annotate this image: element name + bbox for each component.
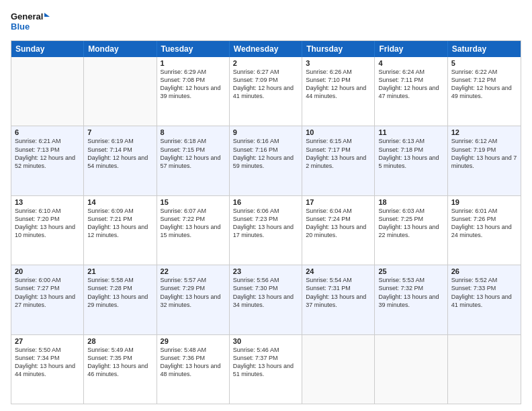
calendar-cell: 8Sunrise: 6:18 AMSunset: 7:15 PMDaylight… [157, 126, 230, 195]
calendar-cell: 7Sunrise: 6:19 AMSunset: 7:14 PMDaylight… [84, 126, 157, 195]
calendar: SundayMondayTuesdayWednesdayThursdayFrid… [11, 40, 521, 404]
day-info: Sunrise: 6:29 AMSunset: 7:08 PMDaylight:… [161, 68, 226, 101]
logo-svg: General Blue [11, 9, 51, 34]
weekday-header: Saturday [448, 41, 521, 57]
calendar-cell: 29Sunrise: 5:48 AMSunset: 7:36 PMDayligh… [157, 335, 230, 404]
day-info: Sunrise: 6:13 AMSunset: 7:18 PMDaylight:… [378, 137, 443, 170]
day-number: 30 [233, 337, 298, 345]
calendar-cell: 2Sunrise: 6:27 AMSunset: 7:09 PMDaylight… [230, 57, 302, 126]
calendar-cell: 10Sunrise: 6:15 AMSunset: 7:17 PMDayligh… [302, 126, 375, 195]
day-number: 25 [378, 267, 443, 275]
day-info: Sunrise: 6:12 AMSunset: 7:19 PMDaylight:… [451, 137, 517, 170]
calendar-cell: 12Sunrise: 6:12 AMSunset: 7:19 PMDayligh… [448, 126, 521, 195]
day-number: 19 [451, 198, 517, 206]
day-info: Sunrise: 5:50 AMSunset: 7:34 PMDaylight:… [15, 346, 80, 379]
day-number: 2 [233, 59, 298, 67]
day-info: Sunrise: 6:10 AMSunset: 7:20 PMDaylight:… [15, 207, 80, 240]
calendar-cell: 24Sunrise: 5:54 AMSunset: 7:31 PMDayligh… [302, 265, 375, 334]
calendar-cell: 11Sunrise: 6:13 AMSunset: 7:18 PMDayligh… [375, 126, 447, 195]
weekday-header: Monday [84, 41, 157, 57]
day-info: Sunrise: 6:00 AMSunset: 7:27 PMDaylight:… [15, 276, 80, 309]
calendar-cell [448, 335, 521, 404]
calendar-row: 1Sunrise: 6:29 AMSunset: 7:08 PMDaylight… [11, 57, 521, 126]
day-number: 13 [15, 198, 80, 206]
day-info: Sunrise: 6:01 AMSunset: 7:26 PMDaylight:… [451, 207, 517, 240]
day-number: 18 [378, 198, 443, 206]
calendar-row: 6Sunrise: 6:21 AMSunset: 7:13 PMDaylight… [11, 126, 521, 195]
calendar-cell: 22Sunrise: 5:57 AMSunset: 7:29 PMDayligh… [157, 265, 230, 334]
day-number: 17 [306, 198, 371, 206]
weekday-header: Thursday [302, 41, 375, 57]
weekday-header: Wednesday [230, 41, 302, 57]
day-info: Sunrise: 6:22 AMSunset: 7:12 PMDaylight:… [451, 68, 517, 101]
calendar-cell: 20Sunrise: 6:00 AMSunset: 7:27 PMDayligh… [11, 265, 84, 334]
day-info: Sunrise: 6:18 AMSunset: 7:15 PMDaylight:… [161, 137, 226, 170]
day-number: 26 [451, 267, 517, 275]
calendar-cell: 17Sunrise: 6:04 AMSunset: 7:24 PMDayligh… [302, 196, 375, 265]
day-number: 22 [161, 267, 226, 275]
day-number: 12 [451, 128, 517, 136]
day-info: Sunrise: 5:54 AMSunset: 7:31 PMDaylight:… [306, 276, 371, 309]
day-number: 10 [306, 128, 371, 136]
day-number: 6 [15, 128, 80, 136]
calendar-row: 27Sunrise: 5:50 AMSunset: 7:34 PMDayligh… [11, 334, 521, 404]
calendar-cell: 26Sunrise: 5:52 AMSunset: 7:33 PMDayligh… [448, 265, 521, 334]
day-info: Sunrise: 5:53 AMSunset: 7:32 PMDaylight:… [378, 276, 443, 309]
calendar-cell [11, 57, 84, 126]
day-number: 15 [161, 198, 226, 206]
day-number: 14 [87, 198, 152, 206]
day-number: 20 [15, 267, 80, 275]
day-info: Sunrise: 6:07 AMSunset: 7:22 PMDaylight:… [161, 207, 226, 240]
calendar-cell: 18Sunrise: 6:03 AMSunset: 7:25 PMDayligh… [375, 196, 447, 265]
calendar-cell: 15Sunrise: 6:07 AMSunset: 7:22 PMDayligh… [157, 196, 230, 265]
day-info: Sunrise: 6:16 AMSunset: 7:16 PMDaylight:… [233, 137, 298, 170]
day-info: Sunrise: 6:09 AMSunset: 7:21 PMDaylight:… [87, 207, 152, 240]
day-info: Sunrise: 5:49 AMSunset: 7:35 PMDaylight:… [87, 346, 152, 379]
day-number: 5 [451, 59, 517, 67]
calendar-cell [375, 335, 447, 404]
day-info: Sunrise: 6:26 AMSunset: 7:10 PMDaylight:… [306, 68, 371, 101]
calendar-cell: 19Sunrise: 6:01 AMSunset: 7:26 PMDayligh… [448, 196, 521, 265]
day-number: 8 [161, 128, 226, 136]
calendar-header-row: SundayMondayTuesdayWednesdayThursdayFrid… [11, 41, 521, 57]
calendar-cell: 27Sunrise: 5:50 AMSunset: 7:34 PMDayligh… [11, 335, 84, 404]
calendar-cell: 6Sunrise: 6:21 AMSunset: 7:13 PMDaylight… [11, 126, 84, 195]
day-info: Sunrise: 5:57 AMSunset: 7:29 PMDaylight:… [161, 276, 226, 309]
weekday-header: Sunday [11, 41, 84, 57]
calendar-cell: 9Sunrise: 6:16 AMSunset: 7:16 PMDaylight… [230, 126, 302, 195]
calendar-cell: 23Sunrise: 5:56 AMSunset: 7:30 PMDayligh… [230, 265, 302, 334]
page-header: General Blue [11, 9, 521, 34]
weekday-header: Tuesday [157, 41, 230, 57]
day-number: 27 [15, 337, 80, 345]
day-number: 16 [233, 198, 298, 206]
calendar-cell: 28Sunrise: 5:49 AMSunset: 7:35 PMDayligh… [84, 335, 157, 404]
svg-text:General: General [11, 11, 43, 21]
day-number: 24 [306, 267, 371, 275]
calendar-cell: 13Sunrise: 6:10 AMSunset: 7:20 PMDayligh… [11, 196, 84, 265]
day-info: Sunrise: 5:48 AMSunset: 7:36 PMDaylight:… [161, 346, 226, 379]
day-info: Sunrise: 6:27 AMSunset: 7:09 PMDaylight:… [233, 68, 298, 101]
svg-marker-1 [44, 13, 50, 17]
calendar-cell: 25Sunrise: 5:53 AMSunset: 7:32 PMDayligh… [375, 265, 447, 334]
calendar-cell [302, 335, 375, 404]
day-info: Sunrise: 6:19 AMSunset: 7:14 PMDaylight:… [87, 137, 152, 170]
day-info: Sunrise: 5:52 AMSunset: 7:33 PMDaylight:… [451, 276, 517, 309]
day-number: 7 [87, 128, 152, 136]
day-number: 23 [233, 267, 298, 275]
day-number: 3 [306, 59, 371, 67]
calendar-cell: 14Sunrise: 6:09 AMSunset: 7:21 PMDayligh… [84, 196, 157, 265]
weekday-header: Friday [375, 41, 447, 57]
day-info: Sunrise: 6:24 AMSunset: 7:11 PMDaylight:… [378, 68, 443, 101]
day-number: 11 [378, 128, 443, 136]
calendar-cell: 3Sunrise: 6:26 AMSunset: 7:10 PMDaylight… [302, 57, 375, 126]
day-number: 4 [378, 59, 443, 67]
day-number: 28 [87, 337, 152, 345]
calendar-cell: 16Sunrise: 6:06 AMSunset: 7:23 PMDayligh… [230, 196, 302, 265]
day-number: 1 [161, 59, 226, 67]
day-number: 21 [87, 267, 152, 275]
day-info: Sunrise: 6:03 AMSunset: 7:25 PMDaylight:… [378, 207, 443, 240]
calendar-row: 20Sunrise: 6:00 AMSunset: 7:27 PMDayligh… [11, 265, 521, 334]
day-number: 29 [161, 337, 226, 345]
calendar-cell: 30Sunrise: 5:46 AMSunset: 7:37 PMDayligh… [230, 335, 302, 404]
day-info: Sunrise: 6:04 AMSunset: 7:24 PMDaylight:… [306, 207, 371, 240]
